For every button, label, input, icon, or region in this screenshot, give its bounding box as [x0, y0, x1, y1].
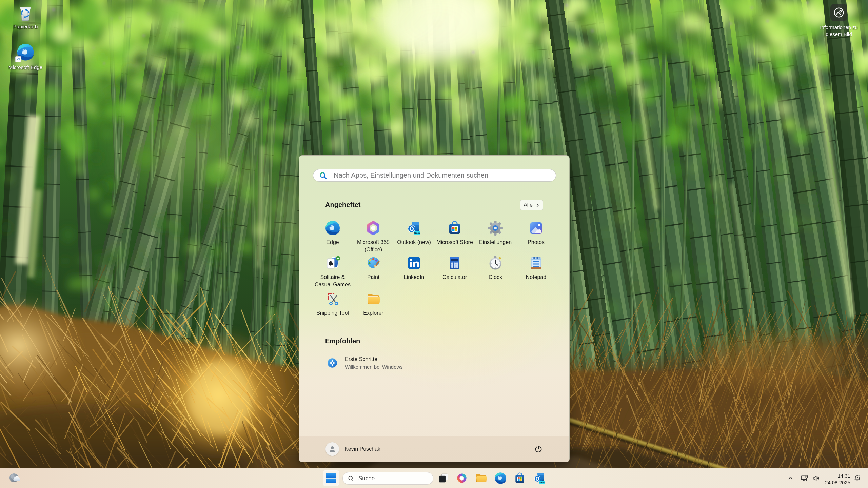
svg-text:z: z [856, 476, 858, 480]
svg-text:z: z [859, 475, 860, 477]
svg-text:NEW: NEW [539, 481, 545, 484]
svg-text:NEW: NEW [414, 231, 420, 235]
